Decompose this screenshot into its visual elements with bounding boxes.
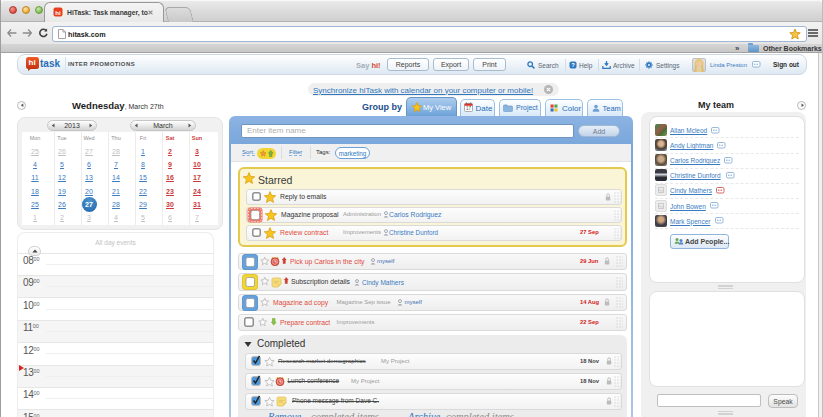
svg-text:hi: hi (55, 9, 61, 15)
svg-text:?: ? (571, 62, 575, 68)
svg-text:17: 17 (466, 106, 472, 111)
